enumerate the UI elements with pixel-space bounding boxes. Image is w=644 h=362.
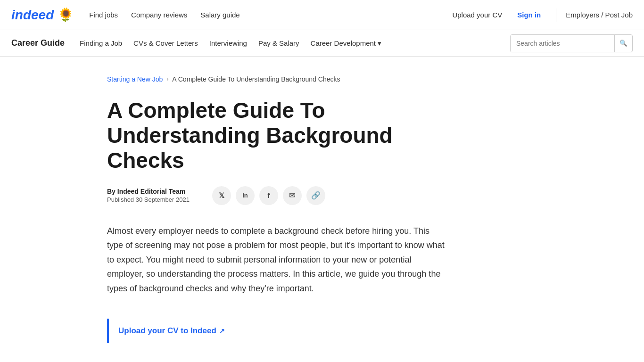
search-icon: 🔍 [619, 40, 627, 47]
facebook-share-button[interactable]: f [259, 186, 278, 205]
career-guide-nav: Career Guide Finding a Job CVs & Cover L… [0, 30, 644, 57]
search-button[interactable]: 🔍 [614, 35, 632, 52]
breadcrumb: Starting a New Job › A Complete Guide To… [107, 75, 537, 83]
author-name: By Indeed Editorial Team [107, 188, 190, 195]
career-development-link[interactable]: Career Development ▾ [311, 39, 381, 48]
company-reviews-link[interactable]: Company reviews [131, 11, 187, 19]
link-icon: 🔗 [311, 191, 321, 200]
external-link-icon: ↗ [219, 327, 225, 335]
top-nav-links: Find jobs Company reviews Salary guide [89, 11, 452, 19]
cvs-cover-letters-link[interactable]: CVs & Cover Letters [133, 39, 198, 47]
email-icon: ✉ [289, 191, 295, 200]
email-share-button[interactable]: ✉ [283, 186, 302, 205]
cv-callout: Upload your CV to Indeed ↗ [107, 319, 537, 343]
interviewing-link[interactable]: Interviewing [209, 39, 247, 47]
finding-job-link[interactable]: Finding a Job [80, 39, 122, 47]
article-title: A Complete Guide To Understanding Backgr… [107, 98, 465, 173]
twitter-share-button[interactable]: 𝕏 [212, 186, 231, 205]
author-block: By Indeed Editorial Team Published 30 Se… [107, 188, 190, 203]
search-input[interactable] [511, 35, 614, 52]
article-intro: Almost every employer needs to complete … [107, 224, 446, 296]
upload-cv-callout-link[interactable]: Upload your CV to Indeed ↗ [118, 326, 528, 336]
chevron-down-icon: ▾ [378, 39, 381, 48]
publish-date: Published 30 September 2021 [107, 196, 190, 203]
career-guide-title: Career Guide [11, 38, 65, 48]
employers-post-job-link[interactable]: Employers / Post Job [566, 11, 633, 19]
search-area: 🔍 [510, 34, 633, 52]
linkedin-icon: in [242, 192, 248, 199]
breadcrumb-separator: › [166, 76, 168, 82]
article-meta: By Indeed Editorial Team Published 30 Se… [107, 186, 537, 205]
sign-in-button[interactable]: Sign in [512, 8, 546, 22]
breadcrumb-parent-link[interactable]: Starting a New Job [107, 75, 163, 83]
main-content: Starting a New Job › A Complete Guide To… [0, 57, 644, 362]
share-buttons: 𝕏 in f ✉ 🔗 [212, 186, 325, 205]
top-nav: indeed 🌻 Find jobs Company reviews Salar… [0, 0, 644, 30]
top-nav-right: Upload your CV Sign in Employers / Post … [452, 8, 633, 22]
logo-area: indeed 🌻 [11, 7, 74, 23]
sunflower-icon: 🌻 [58, 7, 74, 23]
twitter-icon: 𝕏 [219, 191, 224, 200]
find-jobs-link[interactable]: Find jobs [89, 11, 118, 19]
pay-salary-link[interactable]: Pay & Salary [258, 39, 299, 47]
breadcrumb-current: A Complete Guide To Understanding Backgr… [172, 75, 340, 83]
linkedin-share-button[interactable]: in [236, 186, 255, 205]
copy-link-button[interactable]: 🔗 [306, 186, 325, 205]
salary-guide-link[interactable]: Salary guide [200, 11, 239, 19]
upload-cv-link[interactable]: Upload your CV [452, 11, 502, 19]
career-guide-links: Finding a Job CVs & Cover Letters Interv… [80, 39, 510, 48]
facebook-icon: f [267, 191, 270, 199]
indeed-logo[interactable]: indeed [11, 8, 54, 23]
nav-divider [556, 8, 556, 22]
